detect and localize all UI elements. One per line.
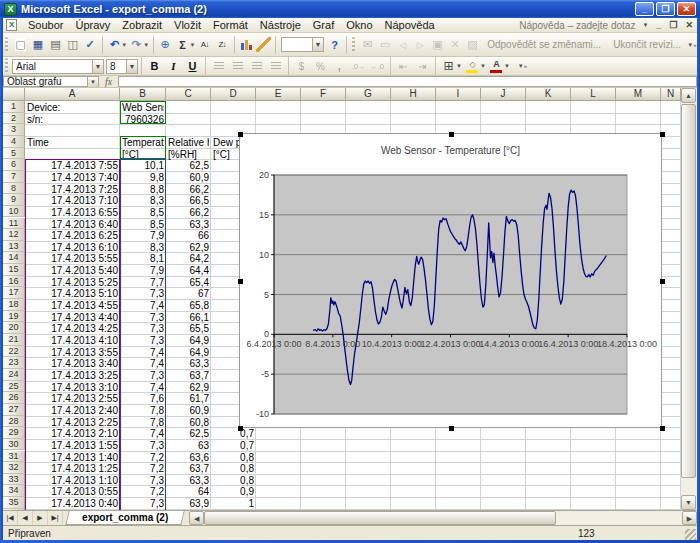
cell-C30[interactable]: 63 [168, 440, 209, 451]
row-header-4[interactable]: 4 [3, 136, 25, 148]
menu-okno[interactable]: Okno [340, 18, 378, 32]
cell-B27[interactable]: 7,8 [122, 405, 164, 416]
cell-C24[interactable]: 63,7 [168, 370, 209, 381]
cell-A27[interactable]: 17.4.2013 2:40 [27, 405, 118, 416]
row-header-19[interactable]: 19 [3, 311, 25, 323]
cell-C29[interactable]: 62,5 [168, 428, 209, 439]
cell-C8[interactable]: 66,2 [168, 184, 209, 195]
cell-B7[interactable]: 9,8 [122, 172, 164, 183]
cell-A22[interactable]: 17.4.2013 3:55 [27, 347, 118, 358]
cell-B20[interactable]: 7,3 [122, 323, 164, 334]
select-all-corner[interactable] [3, 88, 25, 101]
row-header-17[interactable]: 17 [3, 287, 25, 299]
print-button[interactable] [47, 36, 64, 54]
cell-C9[interactable]: 66,5 [168, 195, 209, 206]
row-header-34[interactable]: 34 [3, 485, 25, 497]
cell-A18[interactable]: 17.4.2013 4:55 [27, 300, 118, 311]
cell-B30[interactable]: 7,3 [122, 440, 164, 451]
row-header-27[interactable]: 27 [3, 404, 25, 416]
cell-C31[interactable]: 63,6 [168, 452, 209, 463]
cell-B8[interactable]: 8,8 [122, 184, 164, 195]
row-header-31[interactable]: 31 [3, 451, 25, 463]
help-button[interactable] [326, 36, 343, 54]
name-box[interactable]: Oblast grafu ▼ [3, 76, 99, 87]
cell-C6[interactable]: 62,5 [168, 160, 209, 171]
cell-B21[interactable]: 7,3 [122, 335, 164, 346]
name-box-dropdown-icon[interactable]: ▼ [87, 77, 98, 87]
cell-B1[interactable]: Web Sensor [122, 102, 164, 113]
cell-A15[interactable]: 17.4.2013 5:40 [27, 265, 118, 276]
row-header-18[interactable]: 18 [3, 299, 25, 311]
column-header-M[interactable]: M [616, 88, 661, 101]
zoom-combo[interactable]: ▼ [281, 37, 324, 52]
cell-A16[interactable]: 17.4.2013 5:25 [27, 277, 118, 288]
row-header-29[interactable]: 29 [3, 427, 25, 439]
scroll-down-icon[interactable]: ▼ [681, 495, 696, 510]
undo-button[interactable] [106, 36, 123, 54]
column-header-A[interactable]: A [25, 88, 120, 101]
print-preview-button[interactable] [64, 36, 81, 54]
cell-B25[interactable]: 7,4 [122, 382, 164, 393]
cell-A1[interactable]: Device: [27, 102, 118, 113]
cell-A29[interactable]: 17.4.2013 2:10 [27, 428, 118, 439]
cell-C18[interactable]: 65,8 [168, 300, 209, 311]
chart-selection-handle[interactable] [660, 279, 665, 284]
cell-C20[interactable]: 65,5 [168, 323, 209, 334]
row-header-11[interactable]: 11 [3, 218, 25, 230]
column-header-G[interactable]: G [346, 88, 391, 101]
cell-A19[interactable]: 17.4.2013 4:40 [27, 312, 118, 323]
cell-A13[interactable]: 17.4.2013 6:10 [27, 242, 118, 253]
cell-B34[interactable]: 7,2 [122, 486, 164, 497]
column-header-J[interactable]: J [481, 88, 526, 101]
cell-B15[interactable]: 7,9 [122, 265, 164, 276]
row-header-30[interactable]: 30 [3, 439, 25, 451]
tab-last-button[interactable]: ▶| [48, 511, 63, 525]
chart-selection-handle[interactable] [238, 279, 243, 284]
toolbar-grip[interactable] [5, 37, 8, 53]
row-header-35[interactable]: 35 [3, 497, 25, 509]
row-header-22[interactable]: 22 [3, 346, 25, 358]
row-header-5[interactable]: 5 [3, 148, 25, 160]
row-header-2[interactable]: 2 [3, 113, 25, 125]
chart-selection-handle[interactable] [660, 132, 665, 137]
row-header-25[interactable]: 25 [3, 381, 25, 393]
cell-B23[interactable]: 7,4 [122, 358, 164, 369]
workbook-icon[interactable] [6, 19, 17, 31]
cell-B14[interactable]: 8,1 [122, 253, 164, 264]
row-header-23[interactable]: 23 [3, 357, 25, 369]
cell-B32[interactable]: 7,2 [122, 463, 164, 474]
font-size-dropdown-icon[interactable]: ▼ [126, 60, 137, 73]
cell-C33[interactable]: 63,3 [168, 475, 209, 486]
row-header-6[interactable]: 6 [3, 159, 25, 171]
cell-A26[interactable]: 17.4.2013 2:55 [27, 393, 118, 404]
minimize-button[interactable]: _ [635, 2, 654, 16]
scroll-left-icon[interactable]: ◀ [189, 511, 204, 525]
help-question-box[interactable]: Nápověda – zadejte dotaz [519, 20, 638, 31]
autosum-button[interactable] [174, 36, 191, 54]
cell-B31[interactable]: 7,2 [122, 452, 164, 463]
column-header-B[interactable]: B [120, 88, 166, 101]
tab-previous-button[interactable]: ◀ [18, 511, 33, 525]
resize-grip[interactable] [685, 529, 696, 540]
doc-minimize-icon[interactable]: _ [652, 20, 665, 30]
cell-C12[interactable]: 66 [168, 230, 209, 241]
font-color-button[interactable] [487, 57, 506, 75]
row-header-28[interactable]: 28 [3, 416, 25, 428]
cell-B26[interactable]: 7,6 [122, 393, 164, 404]
row-header-14[interactable]: 14 [3, 252, 25, 264]
menu-nstroje[interactable]: Nástroje [254, 18, 307, 32]
cell-A17[interactable]: 17.4.2013 5:10 [27, 288, 118, 299]
row-header-12[interactable]: 12 [3, 229, 25, 241]
new-workbook-button[interactable] [12, 36, 29, 54]
sheet-tab-export-comma[interactable]: export_comma (2) [65, 511, 185, 525]
cell-D29[interactable]: 0,7 [213, 428, 254, 439]
cell-A9[interactable]: 17.4.2013 7:10 [27, 195, 118, 206]
cell-A10[interactable]: 17.4.2013 6:55 [27, 207, 118, 218]
row-header-9[interactable]: 9 [3, 194, 25, 206]
row-header-26[interactable]: 26 [3, 392, 25, 404]
cell-C13[interactable]: 62,9 [168, 242, 209, 253]
cell-B13[interactable]: 8,3 [122, 242, 164, 253]
doc-close-icon[interactable]: ✕ [681, 20, 697, 30]
cell-B5[interactable]: [°C] [122, 149, 164, 160]
menu-formt[interactable]: Formát [207, 18, 254, 32]
